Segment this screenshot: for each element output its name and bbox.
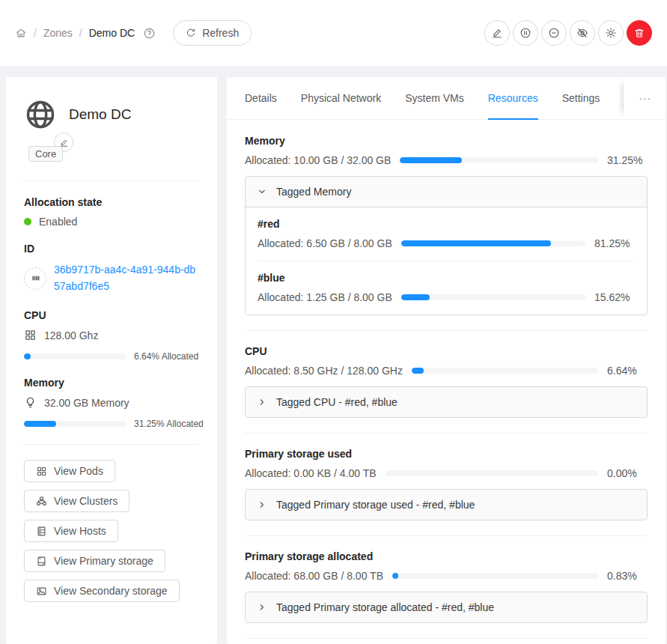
allocated-text: Allocated: 6.50 GB / 8.00 GB <box>258 237 392 249</box>
section-divider <box>245 330 648 331</box>
memory-value: 32.00 GB Memory <box>44 397 130 409</box>
collapse-header-cpu[interactable]: Tagged CPU - #red, #blue <box>246 387 647 417</box>
view-pods-button[interactable]: View Pods <box>24 460 115 482</box>
percent-label: 6.64% <box>607 365 648 377</box>
tagged-row-red: #redAllocated: 6.50 GB / 8.00 GB81.25% <box>258 207 635 261</box>
resource-section-memory: MemoryAllocated: 10.00 GB / 32.00 GB31.2… <box>245 135 648 315</box>
tagged-collapse-memory: Tagged Memory#redAllocated: 6.50 GB / 8.… <box>245 176 648 315</box>
primary-storage-icon <box>36 556 47 567</box>
secondary-storage-icon <box>36 586 47 597</box>
memory-label: Memory <box>24 377 199 389</box>
chevron-right-icon <box>258 500 267 509</box>
chevron-right-icon <box>258 398 267 407</box>
memory-percent-label: 31.25% Allocated <box>134 419 204 429</box>
allocated-text: Allocated: 8.50 GHz / 128.00 GHz <box>245 365 403 377</box>
section-title: Memory <box>245 135 648 147</box>
tab-settings[interactable]: Settings <box>562 77 600 119</box>
allocation-state-field: Allocation state Enabled <box>24 196 199 228</box>
cpu-allocation-row: Allocated: 8.50 GHz / 128.00 GHz6.64% <box>245 365 648 377</box>
view-hosts-button[interactable]: View Hosts <box>24 520 118 542</box>
view-primary-storage-button[interactable]: View Primary storage <box>24 550 165 572</box>
globe-icon <box>24 98 57 131</box>
progress-track <box>386 470 598 476</box>
resources-panel: MemoryAllocated: 10.00 GB / 32.00 GB31.2… <box>227 120 666 644</box>
cpu-percent-label: 6.64% Allocated <box>134 351 198 362</box>
reload-icon <box>186 28 196 38</box>
tagged-row-title: #blue <box>258 272 635 284</box>
resource-section-primary-storage-used: Primary storage usedAllocated: 0.00 KB /… <box>245 448 648 520</box>
allocated-text: Allocated: 10.00 GB / 32.00 GB <box>245 154 391 166</box>
divider <box>24 444 199 445</box>
tab-resources[interactable]: Resources <box>488 77 538 119</box>
zone-resource-head: Demo DC <box>24 95 199 131</box>
allocation-state-label: Allocation state <box>24 196 199 208</box>
primary-storage-used-allocation-row: Allocated: 0.00 KB / 4.00 TB0.00% <box>245 467 648 479</box>
tab-physical-network[interactable]: Physical Network <box>301 77 381 119</box>
progress-track <box>400 157 598 163</box>
barcode-glyph <box>29 272 42 285</box>
minus-circle-icon <box>548 27 560 39</box>
progress-track <box>401 240 585 246</box>
percent-label: 0.83% <box>607 570 648 582</box>
status-dot <box>24 218 31 225</box>
button-label: View Hosts <box>54 525 106 537</box>
refresh-button[interactable]: Refresh <box>173 20 252 46</box>
bulb-icon <box>24 396 37 409</box>
cpu-grid-icon <box>24 329 37 341</box>
hide-zone-button[interactable] <box>570 20 595 46</box>
collapse-label: Tagged Primary storage used - #red, #blu… <box>276 499 475 511</box>
divider <box>24 180 199 181</box>
home-icon[interactable] <box>15 27 27 39</box>
progress-fill <box>392 573 398 579</box>
tagged-collapse-primary-storage-used: Tagged Primary storage used - #red, #blu… <box>245 489 648 520</box>
barcode-icon <box>24 267 46 290</box>
disable-zone-button[interactable] <box>513 20 538 46</box>
zone-info-card: Demo DC Core Allocation state Enabled ID… <box>6 77 217 644</box>
memory-progress: 31.25% Allocated <box>24 419 199 429</box>
tagged-row-blue: #blueAllocated: 1.25 GB / 8.00 GB15.62% <box>258 261 635 315</box>
tagged-collapse-primary-storage-allocated: Tagged Primary storage allocated - #red,… <box>245 592 648 623</box>
view-secondary-storage-button[interactable]: View Secondary storage <box>24 580 180 602</box>
delete-zone-button[interactable] <box>627 20 652 46</box>
eye-off-icon <box>576 27 588 39</box>
tabs-more-button[interactable]: ··· <box>624 77 651 119</box>
trash-icon <box>633 27 645 39</box>
section-title: Primary storage used <box>245 448 648 460</box>
cpu-field: CPU 128.00 Ghz 6.64% Allocated <box>24 309 199 362</box>
tagged-collapse-cpu: Tagged CPU - #red, #blue <box>245 386 648 418</box>
gear-icon <box>605 27 617 39</box>
allocated-text: Allocated: 68.00 GB / 8.00 TB <box>245 570 383 582</box>
tab-bar: DetailsPhysical NetworkSystem VMsResourc… <box>227 77 666 120</box>
collapse-label: Tagged CPU - #red, #blue <box>276 396 398 408</box>
view-clusters-button[interactable]: View Clusters <box>24 490 130 512</box>
question-circle-icon[interactable] <box>143 27 156 40</box>
section-divider <box>245 433 648 434</box>
collapse-header-primary-storage-used[interactable]: Tagged Primary storage used - #red, #blu… <box>246 490 647 520</box>
refresh-label: Refresh <box>202 27 239 39</box>
tagged-row-title: #red <box>258 218 635 230</box>
progress-track <box>24 353 127 359</box>
zone-id-link[interactable]: 36b9717b-aa4c-4a91-944b-db57abd7f6e5 <box>54 262 199 294</box>
breadcrumb-separator: / <box>79 27 82 39</box>
zone-title: Demo DC <box>69 106 131 123</box>
edit-zone-button[interactable] <box>484 20 510 46</box>
page-header: / Zones / Demo DC Refresh <box>0 0 667 66</box>
outage-zone-button[interactable] <box>541 20 567 46</box>
allocation-state-value: Enabled <box>39 216 77 228</box>
button-label: View Clusters <box>54 495 118 507</box>
button-label: View Primary storage <box>54 555 153 567</box>
percent-label: 0.00% <box>607 467 648 479</box>
collapse-header-memory[interactable]: Tagged Memory <box>246 177 647 207</box>
progress-fill <box>401 240 551 246</box>
zone-settings-button[interactable] <box>598 20 624 46</box>
tab-details[interactable]: Details <box>245 77 277 119</box>
button-label: View Secondary storage <box>54 585 168 597</box>
collapse-label: Tagged Memory <box>276 186 351 198</box>
blue-allocation-row: Allocated: 1.25 GB / 8.00 GB15.62% <box>258 291 635 303</box>
progress-fill <box>24 353 31 359</box>
progress-track <box>412 368 598 374</box>
collapse-header-primary-storage-allocated[interactable]: Tagged Primary storage allocated - #red,… <box>246 592 647 622</box>
breadcrumb-zones[interactable]: Zones <box>43 27 73 39</box>
tab-system-vms[interactable]: System VMs <box>405 77 464 119</box>
zone-action-buttons <box>484 20 652 46</box>
